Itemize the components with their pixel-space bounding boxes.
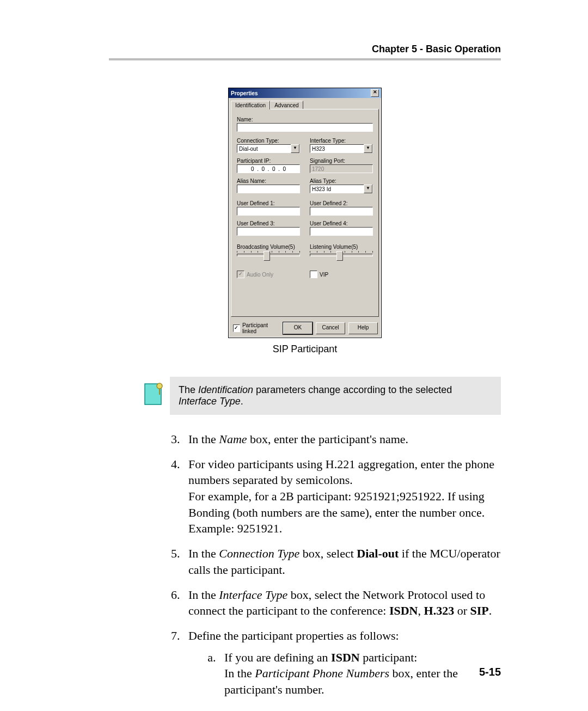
label-broadcast-vol: Broadcasting Volume(5) <box>237 244 300 250</box>
chevron-down-icon: ▼ <box>291 144 299 153</box>
vip-label: VIP <box>320 272 328 278</box>
label-ud2: User Defined 2: <box>310 200 373 206</box>
header-rule <box>109 58 501 60</box>
label-ud3: User Defined 3: <box>237 220 300 226</box>
signaling-port-field <box>310 164 373 173</box>
chapter-heading: Chapter 5 - Basic Operation <box>109 44 501 55</box>
chevron-down-icon: ▼ <box>364 144 372 153</box>
dialog-title-text: Properties <box>231 90 258 96</box>
ud2-field[interactable] <box>310 207 373 216</box>
broadcasting-volume-slider[interactable] <box>237 251 300 263</box>
svg-point-2 <box>157 383 162 389</box>
audio-only-checkbox: ✓ Audio Only <box>237 271 300 278</box>
step-4: For video participants using H.221 aggre… <box>183 456 501 537</box>
label-interface-type: Interface Type: <box>310 138 373 144</box>
label-ud4: User Defined 4: <box>310 220 373 226</box>
note-box: The Identification parameters change acc… <box>170 377 501 415</box>
step-7a: If you are defining an ISDN participant:… <box>219 649 501 698</box>
participant-linked-checkbox[interactable]: ✓ Participant linked <box>233 322 280 334</box>
chevron-down-icon: ▼ <box>364 185 372 193</box>
cancel-button[interactable]: Cancel <box>316 322 345 334</box>
vip-checkbox[interactable]: VIP <box>310 271 373 278</box>
label-listen-vol: Listening Volume(5) <box>310 244 373 250</box>
step-3: In the Name box, enter the participant's… <box>183 431 501 448</box>
tab-identification[interactable]: Identification <box>231 101 270 109</box>
interface-type-value: H323 <box>312 146 325 152</box>
participant-ip-field[interactable] <box>237 164 300 173</box>
alias-type-value: H323 Id <box>312 186 331 192</box>
ud1-field[interactable] <box>237 207 300 216</box>
close-icon[interactable]: ✕ <box>371 89 379 97</box>
listening-volume-slider[interactable] <box>310 251 373 263</box>
checkbox-icon: ✓ <box>237 271 244 278</box>
help-button[interactable]: Help <box>348 322 378 334</box>
interface-type-select[interactable]: H323 ▼ <box>310 144 373 153</box>
audio-only-label: Audio Only <box>247 272 273 278</box>
tab-advanced[interactable]: Advanced <box>270 101 303 109</box>
note-icon <box>142 383 163 409</box>
dialog-titlebar[interactable]: Properties ✕ <box>229 88 381 98</box>
ud3-field[interactable] <box>237 227 300 236</box>
label-participant-ip: Participant IP: <box>237 158 300 164</box>
tab-panel-identification: Name: Connection Type: Dial-out ▼ Interf… <box>231 109 379 317</box>
label-alias-name: Alias Name: <box>237 178 300 184</box>
name-field[interactable] <box>237 123 373 132</box>
ok-button[interactable]: OK <box>283 322 313 334</box>
label-signaling-port: Signaling Port: <box>310 158 373 164</box>
label-connection-type: Connection Type: <box>237 138 300 144</box>
checkbox-icon: ✓ <box>233 324 240 332</box>
connection-type-value: Dial-out <box>239 146 258 152</box>
instruction-list: In the Name box, enter the participant's… <box>163 431 501 698</box>
label-alias-type: Alias Type: <box>310 178 373 184</box>
label-ud1: User Defined 1: <box>237 200 300 206</box>
step-6: In the Interface Type box, select the Ne… <box>183 587 501 619</box>
ud4-field[interactable] <box>310 227 373 236</box>
label-name: Name: <box>237 117 373 122</box>
step-5: In the Connection Type box, select Dial-… <box>183 545 501 578</box>
page-number: 5-15 <box>479 666 501 678</box>
step-7: Define the participant properties as fol… <box>183 628 501 698</box>
checkbox-icon <box>310 271 317 278</box>
properties-dialog: Properties ✕ IdentificationAdvanced Name… <box>228 88 382 338</box>
connection-type-select[interactable]: Dial-out ▼ <box>237 144 300 153</box>
participant-linked-label: Participant linked <box>242 322 280 334</box>
alias-name-field[interactable] <box>237 185 300 193</box>
alias-type-select[interactable]: H323 Id ▼ <box>310 185 373 193</box>
figure-caption: SIP Participant <box>109 344 501 355</box>
